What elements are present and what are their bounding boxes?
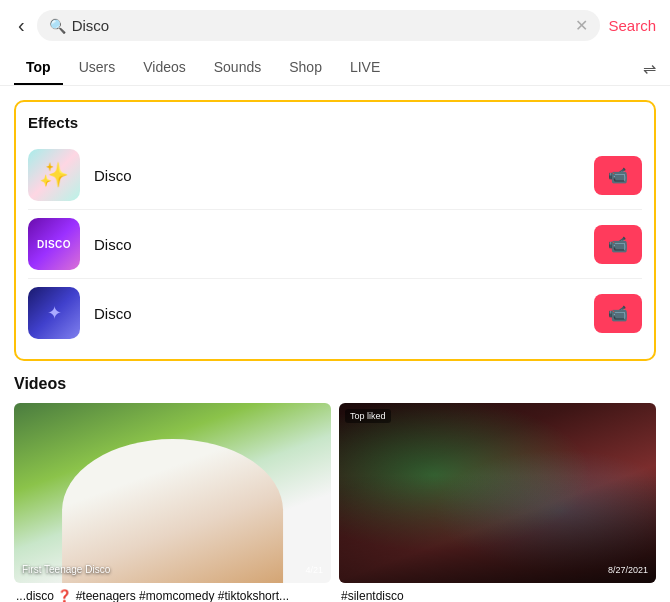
video-info-2: #silentdisco kindadarryl ♡ 8.4M [339,583,656,602]
filter-icon[interactable]: ⇌ [643,59,656,78]
video-desc-1: ...disco ❓ #teenagers #momcomedy #tiktok… [16,588,329,602]
camera-icon-3: 📹 [608,304,628,323]
search-button[interactable]: Search [608,17,656,34]
record-button-3[interactable]: 📹 [594,294,642,333]
effects-title: Effects [28,114,642,131]
back-button[interactable]: ‹ [14,10,29,41]
effect-thumb-label-2: DISCO [37,239,71,250]
top-liked-badge-2: Top liked [345,409,391,423]
effect-item-2: DISCO Disco 📹 [28,209,642,278]
header: ‹ 🔍 ✕ Search [0,0,670,51]
camera-icon-1: 📹 [608,166,628,185]
videos-section: Videos First Teenage Disco 4/21 ...disco… [0,375,670,602]
person-overlay [62,439,284,583]
video-duration-2: 8/27/2021 [608,565,648,575]
record-button-2[interactable]: 📹 [594,225,642,264]
effect-name-2: Disco [94,236,580,253]
video-thumbnail-2: Top liked 8/27/2021 [339,403,656,583]
effect-name-3: Disco [94,305,580,322]
tab-users[interactable]: Users [67,51,128,85]
video-grid: First Teenage Disco 4/21 ...disco ❓ #tee… [14,403,656,602]
search-input[interactable] [72,17,570,34]
record-button-1[interactable]: 📹 [594,156,642,195]
effect-thumb-icon-3: ✦ [47,302,62,324]
video-overlay-text-1: First Teenage Disco [22,564,110,575]
effect-item-3: ✦ Disco 📹 [28,278,642,347]
camera-icon-2: 📹 [608,235,628,254]
tab-top[interactable]: Top [14,51,63,85]
tab-live[interactable]: LIVE [338,51,392,85]
tab-shop[interactable]: Shop [277,51,334,85]
videos-title: Videos [14,375,656,393]
effects-section: Effects ✨ Disco 📹 DISCO Disco 📹 ✦ Disco … [14,100,656,361]
video-desc-2: #silentdisco [341,588,654,602]
tabs-bar: Top Users Videos Sounds Shop LIVE ⇌ [0,51,670,86]
video-duration-1: 4/21 [305,565,323,575]
clear-icon[interactable]: ✕ [575,16,588,35]
effect-thumbnail-1: ✨ [28,149,80,201]
video-info-1: ...disco ❓ #teenagers #momcomedy #tiktok… [14,583,331,602]
effect-name-1: Disco [94,167,580,184]
effect-thumb-icon-1: ✨ [39,161,69,189]
search-bar: 🔍 ✕ [37,10,601,41]
video-thumbnail-1: First Teenage Disco 4/21 [14,403,331,583]
effect-item: ✨ Disco 📹 [28,141,642,209]
search-icon: 🔍 [49,18,66,34]
tab-videos[interactable]: Videos [131,51,198,85]
video-card-1[interactable]: First Teenage Disco 4/21 ...disco ❓ #tee… [14,403,331,602]
video-card-2[interactable]: Top liked 8/27/2021 #silentdisco kindada… [339,403,656,602]
tab-sounds[interactable]: Sounds [202,51,273,85]
effect-thumbnail-2: DISCO [28,218,80,270]
effect-thumbnail-3: ✦ [28,287,80,339]
